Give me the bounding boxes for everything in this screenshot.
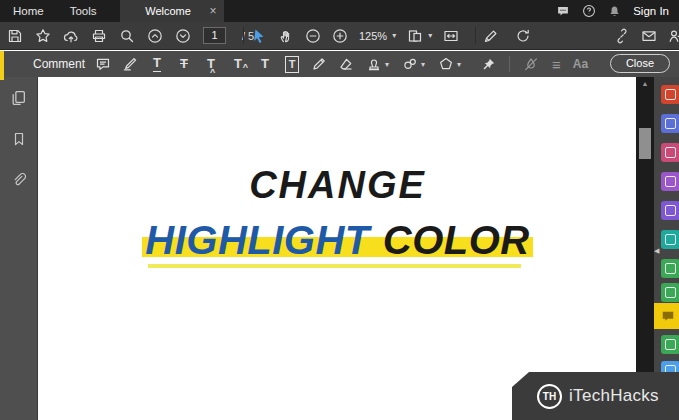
save-icon[interactable] (7, 28, 23, 44)
attachments-paperclip-icon[interactable] (11, 172, 27, 192)
print-icon[interactable] (91, 28, 107, 44)
acrobat-window: Home Tools Welcome × Sign In (0, 0, 679, 420)
itechhacks-logo-icon: TH (537, 384, 562, 409)
sign-in-button[interactable]: Sign In (633, 5, 669, 17)
eraser-icon[interactable] (337, 52, 355, 76)
protect-icon[interactable] (661, 259, 679, 278)
drawing-tools-dropdown[interactable]: ▾ (436, 52, 463, 76)
zoom-level-value: 125% (359, 30, 387, 42)
pencil-draw-icon[interactable] (310, 52, 328, 76)
title-line2: HIGHLIGHTCOLOR (145, 218, 529, 262)
title-word-highlight: HIGHLIGHT (145, 218, 369, 262)
feedback-bubble-icon[interactable] (556, 5, 570, 18)
page-view-dropdown[interactable]: ▾ (407, 28, 432, 44)
comment-mode-strip (0, 51, 4, 80)
scrollbar-thumb[interactable] (639, 128, 651, 159)
replace-text-icon[interactable]: T (229, 52, 247, 76)
sticky-note-icon[interactable] (94, 52, 112, 76)
menu-tools[interactable]: Tools (57, 0, 110, 22)
strikethrough-text-icon[interactable]: T (175, 52, 193, 76)
highlight-band-thin (148, 264, 520, 268)
fill-and-sign-pen-icon[interactable] (483, 28, 499, 44)
notifications-bell-icon[interactable] (608, 5, 621, 18)
strikethrough-text-glyph: T (180, 57, 188, 71)
menu-home[interactable]: Home (0, 0, 57, 22)
titlebar: Home Tools Welcome × Sign In (0, 0, 679, 22)
main-toolbar: 1 / 5 125% ▾ ▾ (0, 22, 679, 50)
title-line1: CHANGE (39, 165, 636, 205)
tools-rail: ◀ (654, 77, 679, 420)
underline-text-icon[interactable]: T (148, 52, 166, 76)
select-tool-icon[interactable] (251, 28, 267, 44)
cloud-upload-icon[interactable] (63, 28, 79, 44)
watermark-brand-text: iTechHacks (569, 386, 659, 406)
underline-text-glyph: T (153, 56, 161, 72)
chevron-down-icon: ▾ (385, 60, 389, 69)
zoom-level-dropdown[interactable]: 125% ▾ (359, 30, 396, 42)
insert-text-icon[interactable]: T (202, 52, 220, 76)
create-pdf-icon[interactable] (661, 114, 679, 133)
edit-pdf-icon[interactable] (661, 143, 679, 162)
star-icon[interactable] (35, 28, 51, 44)
keep-tool-selected-pin-icon[interactable] (479, 52, 497, 76)
previous-page-icon[interactable] (147, 28, 163, 44)
toolbar-separator (243, 27, 244, 44)
search-icon[interactable] (119, 28, 135, 44)
chevron-down-icon: ▾ (421, 60, 425, 69)
separator (509, 56, 510, 72)
add-text-comment-icon[interactable]: T (256, 52, 274, 76)
comment-toolbar-label: Comment (33, 57, 85, 71)
tab-welcome[interactable]: Welcome × (120, 0, 224, 22)
page-thumbnails-icon[interactable] (10, 89, 27, 110)
pdf-page[interactable]: CHANGE HIGHLIGHTCOLOR (39, 77, 636, 420)
hand-tool-icon[interactable] (278, 28, 294, 44)
chevron-down-icon: ▾ (428, 31, 432, 40)
zoom-out-icon[interactable] (305, 28, 321, 44)
tab-welcome-label: Welcome (127, 5, 210, 17)
collapse-panel-icon[interactable]: ◀ (654, 247, 659, 255)
email-icon[interactable] (641, 28, 657, 44)
next-page-icon[interactable] (175, 28, 191, 44)
chevron-down-icon: ▾ (457, 60, 461, 69)
share-link-icon[interactable] (614, 28, 630, 44)
zoom-in-icon[interactable] (332, 28, 348, 44)
titlebar-right: Sign In (556, 4, 679, 18)
comment-tool-options: ≡ Aa (479, 51, 588, 77)
export-pdf-icon[interactable] (661, 85, 679, 104)
fit-width-icon[interactable] (443, 28, 459, 44)
text-box-icon[interactable]: T (283, 52, 301, 76)
document-area: CHANGE HIGHLIGHTCOLOR ▲ ▼ ◀ (0, 77, 679, 420)
comment-tools: T T T T T T ▾ (94, 51, 463, 77)
scroll-up-icon[interactable]: ▲ (636, 80, 654, 87)
prepare-form-icon[interactable] (661, 230, 679, 249)
title-word-color: COLOR (383, 218, 530, 262)
compress-pdf-icon[interactable] (661, 283, 679, 302)
left-navigation-rail (0, 77, 38, 420)
replace-text-glyph: T (234, 57, 242, 71)
fill-and-sign-icon[interactable] (661, 201, 679, 220)
help-icon[interactable] (582, 4, 596, 18)
close-comment-toolbar-button[interactable]: Close (610, 54, 670, 73)
rotate-view-icon[interactable] (515, 28, 531, 44)
toolbar-separator (475, 27, 476, 44)
chevron-down-icon: ▾ (392, 31, 396, 40)
comment-bubble-icon (661, 309, 675, 323)
comment-toolbar: Comment T T T T T T (0, 51, 679, 77)
document-title: CHANGE HIGHLIGHTCOLOR (39, 165, 636, 262)
attach-file-dropdown[interactable]: ▾ (400, 52, 427, 76)
itechhacks-watermark: TH iTechHacks (512, 372, 679, 420)
stamp-tool-dropdown[interactable]: ▾ (364, 52, 391, 76)
bookmarks-icon[interactable] (11, 131, 27, 151)
comment-tool-selected[interactable] (654, 303, 679, 329)
page-number-input[interactable]: 1 (203, 27, 226, 44)
tab-close-icon[interactable]: × (210, 5, 217, 17)
highlight-text-icon[interactable] (121, 52, 139, 76)
share-with-people-icon[interactable] (668, 28, 679, 44)
organize-pages-icon[interactable] (661, 335, 679, 354)
vertical-scrollbar[interactable]: ▲ ▼ (636, 77, 654, 420)
insert-text-glyph: T (207, 57, 215, 71)
line-thickness-icon: ≡ (552, 56, 561, 73)
request-signatures-icon[interactable] (661, 172, 679, 191)
add-text-glyph: T (261, 57, 269, 71)
fill-color-icon (522, 52, 540, 76)
